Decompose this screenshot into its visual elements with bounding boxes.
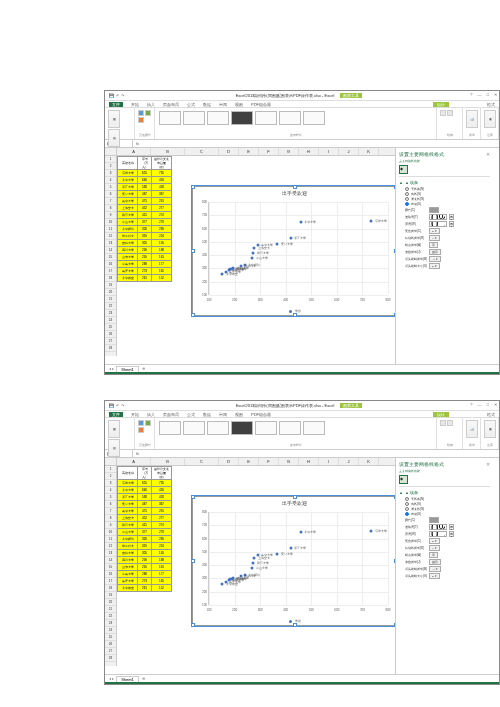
select-data-button[interactable]: [447, 420, 453, 426]
dash-select[interactable]: ─ ▾: [429, 235, 440, 241]
close-icon[interactable]: ✕: [486, 151, 490, 157]
row-header[interactable]: 16: [105, 571, 116, 578]
move-chart-button[interactable]: ▣: [484, 110, 496, 128]
row-header[interactable]: 14: [105, 247, 116, 254]
view-layout[interactable]: [420, 374, 428, 375]
row-header[interactable]: 12: [105, 543, 116, 550]
tab-insert[interactable]: 插入: [147, 412, 155, 417]
radio-gradient[interactable]: [405, 197, 409, 201]
row-header[interactable]: 4: [105, 487, 116, 494]
view-break[interactable]: [432, 684, 440, 685]
tab-data[interactable]: 数据: [203, 412, 211, 417]
cap-select[interactable]: 平: [429, 552, 438, 558]
col-header[interactable]: B: [151, 458, 185, 465]
data-point[interactable]: 北京大学: [299, 221, 302, 224]
qat[interactable]: 💾↶↷: [109, 93, 124, 98]
data-point[interactable]: 复旦大学: [276, 552, 279, 555]
chart-legend[interactable]: 学校: [289, 619, 301, 623]
data-point[interactable]: 浙江大学: [289, 236, 292, 239]
row-header[interactable]: 6: [105, 191, 116, 198]
row-header[interactable]: 23: [105, 620, 116, 627]
col-header[interactable]: G: [279, 148, 299, 155]
col-header[interactable]: J: [339, 458, 359, 465]
plot-area[interactable]: 1002003004005006007008001002003004005006…: [208, 512, 388, 605]
radio-auto[interactable]: [405, 202, 409, 206]
arrow-begin[interactable]: → ▾: [429, 566, 441, 572]
change-type-button[interactable]: 📊: [466, 110, 478, 128]
row-header[interactable]: 3: [105, 170, 116, 177]
zoom-control[interactable]: −+100%: [444, 375, 495, 376]
radio-none[interactable]: [405, 497, 409, 501]
data-point[interactable]: 清华大学: [370, 220, 373, 223]
close-icon[interactable]: ✕: [486, 461, 490, 467]
tab-chart-format[interactable]: 格式: [487, 102, 495, 107]
data-point[interactable]: 中山大学: [251, 567, 254, 570]
color-picker[interactable]: [429, 517, 439, 523]
view-normal[interactable]: [408, 374, 416, 375]
row-header[interactable]: 1: [105, 156, 116, 163]
fill-line-icon[interactable]: ◆: [399, 165, 408, 174]
row-header[interactable]: 7: [105, 508, 116, 515]
row-header[interactable]: 8: [105, 205, 116, 212]
dash-select[interactable]: ─ ▾: [429, 545, 440, 551]
row-header[interactable]: 10: [105, 529, 116, 536]
data-point[interactable]: 上海交大: [253, 557, 256, 560]
tab-layout[interactable]: 页面布局: [163, 412, 179, 417]
row-header[interactable]: 15: [105, 254, 116, 261]
row-header[interactable]: 24: [105, 317, 116, 324]
data-point[interactable]: 北京航空: [221, 272, 224, 275]
row-header[interactable]: 25: [105, 634, 116, 641]
col-header[interactable]: D: [219, 148, 239, 155]
width-input[interactable]: [429, 531, 447, 537]
row-headers[interactable]: 1234567891011121314151617181920212223242…: [105, 156, 117, 356]
data-point[interactable]: 清华大学: [370, 530, 373, 533]
data-point[interactable]: 中山大学: [251, 257, 254, 260]
cells-area[interactable]: 高校名称序号（万人）国外论文发表总量（篇）清华大学655735北京大学64645…: [117, 156, 395, 356]
row-header[interactable]: 28: [105, 345, 116, 352]
column-headers[interactable]: ABCDEFGHIJK: [105, 148, 395, 156]
tab-home[interactable]: 开始: [131, 102, 139, 107]
chart-object[interactable]: + ✎ ▼ 出手受欢迎 1002003004005006007008001002…: [192, 496, 395, 626]
row-header[interactable]: 9: [105, 522, 116, 529]
row-header[interactable]: 8: [105, 515, 116, 522]
chart-object[interactable]: + ✎ ▼ 出手受欢迎 1002003004005006007008001002…: [192, 186, 395, 316]
row-header[interactable]: 13: [105, 240, 116, 247]
add-element-button[interactable]: ▦: [108, 420, 120, 438]
quick-layout-button[interactable]: ▤: [108, 129, 120, 147]
col-header[interactable]: J: [339, 148, 359, 155]
sheet-nav[interactable]: ◂ ▸: [107, 366, 116, 371]
sheet-grid[interactable]: ABCDEFGHIJK 1234567891011121314151617181…: [105, 458, 395, 674]
select-data-button[interactable]: [447, 110, 453, 116]
radio-none[interactable]: [405, 187, 409, 191]
data-point[interactable]: 复旦大学: [276, 242, 279, 245]
fx-icon[interactable]: fx: [133, 451, 142, 456]
row-header[interactable]: 12: [105, 233, 116, 240]
arrow-size[interactable]: ≡ ▾: [429, 573, 440, 579]
tab-view[interactable]: 视图: [235, 412, 243, 417]
row-headers[interactable]: 1234567891011121314151617181920212223242…: [105, 466, 117, 666]
col-header[interactable]: I: [319, 148, 339, 155]
join-select[interactable]: 圆形: [429, 249, 441, 255]
join-select[interactable]: 圆形: [429, 559, 441, 565]
tab-chart-design[interactable]: 设计: [433, 412, 449, 417]
tab-file[interactable]: 文件: [109, 102, 123, 107]
row-header[interactable]: 5: [105, 494, 116, 501]
col-header[interactable]: F: [259, 148, 279, 155]
col-header[interactable]: F: [259, 458, 279, 465]
row-header[interactable]: 16: [105, 261, 116, 268]
col-header[interactable]: A: [117, 148, 151, 155]
col-header[interactable]: C: [185, 458, 219, 465]
tab-review[interactable]: 审阅: [219, 102, 227, 107]
row-header[interactable]: 1: [105, 466, 116, 473]
radio-gradient[interactable]: [405, 507, 409, 511]
row-header[interactable]: 17: [105, 268, 116, 275]
chart-legend[interactable]: 学校: [289, 309, 301, 313]
radio-auto[interactable]: [405, 512, 409, 516]
compound-select[interactable]: ≡ ▾: [429, 228, 440, 234]
line-section[interactable]: ▲▲ 线条: [399, 490, 490, 495]
col-header[interactable]: C: [185, 148, 219, 155]
tab-pdf[interactable]: PDF组合器: [251, 412, 271, 417]
row-header[interactable]: 27: [105, 648, 116, 655]
data-point[interactable]: 武汉大学: [252, 562, 255, 565]
move-chart-button[interactable]: ▣: [484, 420, 496, 438]
